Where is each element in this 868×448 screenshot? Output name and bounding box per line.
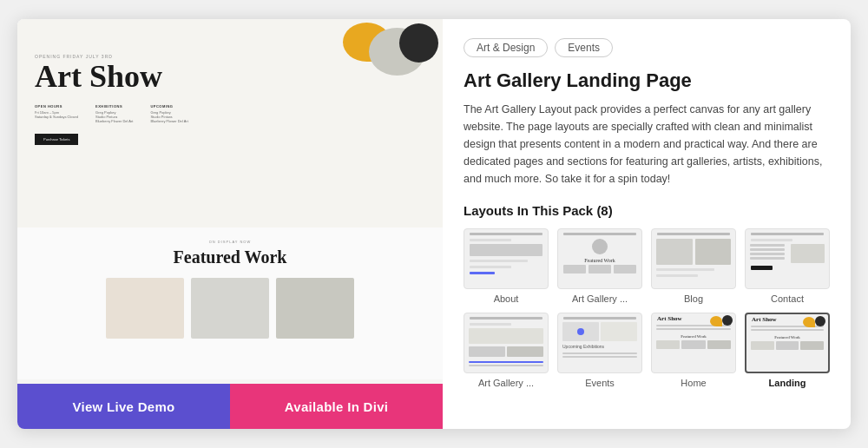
mockup-info-col-upcoming: Upcoming Greg PopkeyStudio PinturaBluebe…: [150, 104, 187, 123]
layout-item-gallery2[interactable]: Art Gallery ...: [464, 313, 549, 388]
layout-item-about[interactable]: About: [464, 228, 549, 304]
layout-label-home: Home: [681, 378, 706, 388]
layout-thumb-contact: [745, 228, 830, 289]
mockup-shapes: [304, 19, 443, 89]
mockup-on-display: On Display Now: [35, 240, 425, 244]
shape-dark: [399, 23, 438, 63]
preview-area: Opening Friday July 3rd Art Show Open Ho…: [17, 19, 443, 384]
left-panel: Opening Friday July 3rd Art Show Open Ho…: [17, 19, 443, 429]
mockup-artshow: Opening Friday July 3rd Art Show Open Ho…: [17, 19, 443, 227]
mockup-info-row: Open Hours Fri 10am – 5pmSaturday & Sund…: [35, 104, 425, 123]
layout-thumb-gallery: Featured Work: [557, 228, 642, 289]
mockup-value-hours: Fri 10am – 5pmSaturday & Sundays Closed: [35, 110, 78, 119]
layout-label-gallery: Art Gallery ...: [572, 293, 628, 304]
layout-label-landing: Landing: [769, 378, 806, 388]
tags-row: Art & Design Events: [464, 38, 830, 57]
layout-item-gallery[interactable]: Featured Work Art Gallery ...: [557, 228, 642, 304]
main-container: Opening Friday July 3rd Art Show Open Ho…: [17, 19, 851, 429]
mockup-value-exhibitions: Greg PopkeyStudio PinturaBlueberry Flowe…: [95, 110, 133, 123]
layout-item-contact[interactable]: Contact: [745, 228, 830, 304]
layout-label-about: About: [494, 293, 519, 304]
view-demo-button[interactable]: View Live Demo: [17, 384, 230, 429]
mockup-label-exhibitions: Exhibitions: [95, 104, 133, 109]
layout-label-events: Events: [585, 378, 615, 388]
mockup-info-col-exhibitions: Exhibitions Greg PopkeyStudio PinturaBlu…: [95, 104, 133, 123]
layout-item-landing[interactable]: Art Show Featured Work Landing: [745, 313, 830, 388]
layout-thumb-about: [464, 228, 549, 289]
layout-thumb-events: Upcoming Exhibitions: [557, 313, 642, 373]
layout-thumb-blog: [651, 228, 736, 289]
layouts-grid: About Featured Work Art Gallery ...: [464, 228, 830, 388]
mockup-featured-title: Featured Work: [35, 247, 425, 267]
mockup-thumb-2: [191, 278, 269, 339]
preview-mockup: Opening Friday July 3rd Art Show Open Ho…: [17, 19, 443, 384]
product-title: Art Gallery Landing Page: [464, 69, 830, 92]
mockup-info-col-hours: Open Hours Fri 10am – 5pmSaturday & Sund…: [35, 104, 78, 123]
mockup-thumb-1: [106, 278, 184, 339]
available-in-divi-button[interactable]: Available In Divi: [230, 384, 443, 429]
mockup-label-upcoming: Upcoming: [150, 104, 187, 109]
tag-art-design[interactable]: Art & Design: [464, 38, 548, 57]
mockup-label-hours: Open Hours: [35, 104, 78, 109]
mockup-thumbnails: [35, 278, 425, 339]
layout-thumb-landing: Art Show Featured Work: [745, 313, 830, 373]
right-panel: Art & Design Events Art Gallery Landing …: [443, 19, 851, 429]
layout-label-contact: Contact: [771, 293, 804, 304]
tag-events[interactable]: Events: [555, 38, 613, 57]
layout-thumb-gallery2: [464, 313, 549, 373]
mockup-value-upcoming: Greg PopkeyStudio PinturaBlueberry Flowe…: [150, 110, 187, 123]
product-description: The Art Gallery Layout pack provides a p…: [464, 101, 830, 188]
layout-label-gallery2: Art Gallery ...: [478, 378, 534, 388]
layouts-heading: Layouts In This Pack (8): [464, 203, 830, 218]
layout-item-blog[interactable]: Blog: [651, 228, 736, 304]
layout-thumb-home: Art Show Featured Work: [651, 313, 736, 373]
layout-label-blog: Blog: [684, 293, 703, 304]
mockup-featured: On Display Now Featured Work: [17, 227, 443, 379]
mockup-thumb-3: [276, 278, 354, 339]
action-buttons: View Live Demo Available In Divi: [17, 384, 443, 429]
layout-item-home[interactable]: Art Show Featured Work Home: [651, 313, 736, 388]
layout-item-events[interactable]: Upcoming Exhibitions Events: [557, 313, 642, 388]
mockup-purchase-btn: Purchase Tickets: [35, 134, 78, 145]
